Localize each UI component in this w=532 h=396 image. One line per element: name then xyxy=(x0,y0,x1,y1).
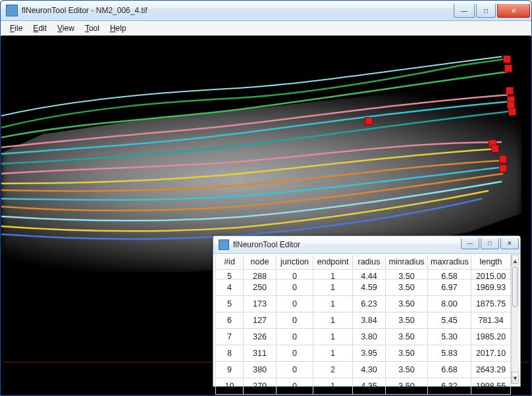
table-cell: 3.50 xyxy=(386,378,428,395)
menu-help[interactable]: Help xyxy=(105,22,132,34)
minimize-button[interactable]: — xyxy=(454,4,475,18)
table-header-row: #idnodejunctionendpointradiusminradiusma… xyxy=(216,255,511,270)
scroll-down-button[interactable]: ▼ xyxy=(512,372,519,384)
table-cell: 5.45 xyxy=(428,312,471,329)
table-cell: 8.00 xyxy=(428,296,471,312)
column-header[interactable]: minradius xyxy=(386,255,428,270)
table-row[interactable]: 8311013.953.505.832017.10 xyxy=(216,345,511,362)
trace-line xyxy=(1,142,502,174)
endpoint-marker[interactable] xyxy=(508,108,516,116)
table-cell: 1875.75 xyxy=(471,296,511,312)
table-cell: 326 xyxy=(244,329,277,345)
table-cell: 8 xyxy=(216,345,244,362)
column-header[interactable]: radius xyxy=(353,255,386,270)
table-cell: 288 xyxy=(244,270,277,280)
endpoint-marker[interactable] xyxy=(491,145,499,153)
data-title: flNeuronTool Editor xyxy=(233,240,461,249)
app-icon xyxy=(219,239,229,250)
maximize-button[interactable]: □ xyxy=(476,4,496,18)
table-cell: 173 xyxy=(244,296,277,312)
table-cell: 4.59 xyxy=(353,280,386,296)
scroll-thumb[interactable] xyxy=(512,267,518,307)
table-cell: 1 xyxy=(313,329,353,345)
trace-line xyxy=(1,72,508,137)
menu-edit[interactable]: Edit xyxy=(28,22,52,34)
column-header[interactable]: node xyxy=(244,255,277,270)
table-cell: 1 xyxy=(313,296,353,312)
table-cell: 0 xyxy=(277,329,313,345)
menu-tool[interactable]: Tool xyxy=(80,22,105,34)
endpoint-marker[interactable] xyxy=(499,155,507,163)
vertical-scrollbar[interactable]: ▲ ▼ xyxy=(511,255,519,384)
app-icon xyxy=(6,5,18,16)
table-row[interactable]: 5288014.443.506.582015.00 xyxy=(216,270,511,280)
column-header[interactable]: length xyxy=(471,255,511,270)
table-cell: 5.83 xyxy=(428,345,471,362)
table-cell: 0 xyxy=(277,280,313,296)
endpoint-marker[interactable] xyxy=(499,164,507,172)
table-row[interactable]: 6127013.843.505.45781.34 xyxy=(216,312,511,329)
data-window[interactable]: flNeuronTool Editor — □ ✕ #idnodejunctio… xyxy=(213,235,521,387)
table-cell: 3.50 xyxy=(386,329,428,345)
table-cell: 6 xyxy=(216,312,244,329)
maximize-button[interactable]: □ xyxy=(481,238,499,249)
table-cell: 3.84 xyxy=(353,312,386,329)
table-row[interactable]: 7326013.803.505.301985.20 xyxy=(216,329,511,345)
table-row[interactable]: 4250014.593.506.971969.93 xyxy=(216,280,511,296)
main-title: flNeuronTool Editor - NM2_006_4.tif xyxy=(22,6,454,15)
minimize-button[interactable]: — xyxy=(461,238,479,249)
table-row[interactable]: 9380024.303.506.682643.29 xyxy=(216,362,511,378)
table-cell: 270 xyxy=(244,378,277,395)
table-cell: 4 xyxy=(216,280,244,296)
data-table-container: #idnodejunctionendpointradiusminradiusma… xyxy=(215,255,518,384)
table-cell: 4.30 xyxy=(353,362,386,378)
table-cell: 6.58 xyxy=(428,270,471,280)
window-controls: — □ ✕ xyxy=(454,4,530,17)
trace-line xyxy=(1,101,512,154)
table-cell: 2643.29 xyxy=(471,362,511,378)
trace-line xyxy=(1,57,502,116)
trace-line xyxy=(1,111,512,164)
trace-line xyxy=(1,182,502,220)
table-cell: 781.34 xyxy=(471,312,511,329)
table-cell: 3.50 xyxy=(386,280,428,296)
table-cell: 3.50 xyxy=(386,312,428,329)
table-cell: 2017.10 xyxy=(471,345,511,362)
table-cell: 3.50 xyxy=(386,296,428,312)
menu-file[interactable]: File xyxy=(5,22,28,34)
table-cell: 1 xyxy=(313,345,353,362)
table-cell: 6.23 xyxy=(353,296,386,312)
table-cell: 250 xyxy=(244,280,277,296)
menu-bar: File Edit View Tool Help xyxy=(1,21,531,36)
endpoint-marker[interactable] xyxy=(506,87,514,95)
column-header[interactable]: #id xyxy=(216,255,244,270)
close-button[interactable]: ✕ xyxy=(500,238,519,249)
data-titlebar[interactable]: flNeuronTool Editor — □ ✕ xyxy=(213,236,520,254)
main-titlebar[interactable]: flNeuronTool Editor - NM2_006_4.tif — □ … xyxy=(1,1,531,21)
table-cell: 1998.55 xyxy=(471,378,511,395)
table-cell: 7 xyxy=(216,329,244,345)
endpoint-marker[interactable] xyxy=(504,64,512,72)
table-cell: 0 xyxy=(277,345,313,362)
trace-line xyxy=(1,59,508,128)
table-cell: 311 xyxy=(244,345,277,362)
scroll-track[interactable] xyxy=(512,266,519,373)
table-cell: 6.97 xyxy=(428,280,471,296)
endpoint-marker[interactable] xyxy=(365,117,373,125)
menu-view[interactable]: View xyxy=(52,22,80,34)
table-cell: 1985.20 xyxy=(471,329,511,345)
table-cell: 6.68 xyxy=(428,362,471,378)
table-row[interactable]: 10270014.353.506.321998.55 xyxy=(216,378,511,395)
table-cell: 4.44 xyxy=(353,270,386,280)
table-row[interactable]: 5173016.233.508.001875.75 xyxy=(216,296,511,312)
table-cell: 3.50 xyxy=(386,345,428,362)
column-header[interactable]: maxradius xyxy=(428,255,471,270)
table-cell: 3.50 xyxy=(386,270,428,280)
column-header[interactable]: junction xyxy=(277,255,313,270)
endpoint-marker[interactable] xyxy=(503,55,511,63)
table-cell: 5 xyxy=(216,270,244,280)
table-cell: 3.50 xyxy=(386,362,428,378)
column-header[interactable]: endpoint xyxy=(313,255,353,270)
neuron-data-table[interactable]: #idnodejunctionendpointradiusminradiusma… xyxy=(215,255,511,395)
close-button[interactable]: ✕ xyxy=(497,4,530,18)
